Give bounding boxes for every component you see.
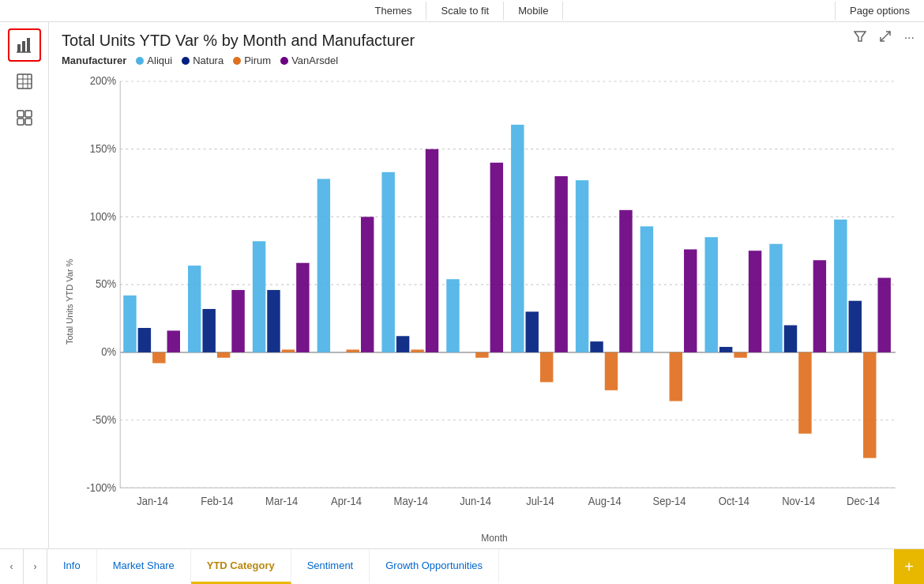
svg-rect-59 [475, 352, 488, 358]
toolbar-right: Page options [835, 0, 924, 21]
svg-rect-57 [347, 349, 359, 352]
svg-rect-70 [426, 149, 438, 352]
svg-rect-63 [734, 352, 746, 358]
svg-text:0%: 0% [101, 346, 116, 359]
vanarsdel-dot [280, 57, 288, 65]
table-svg [16, 73, 33, 90]
aliqui-label: Aliqui [147, 55, 172, 66]
matrix-svg [16, 109, 33, 126]
chart-icons: ··· [851, 28, 918, 47]
expand-button[interactable] [876, 28, 895, 47]
svg-rect-52 [784, 326, 797, 352]
natura-dot [182, 57, 190, 65]
tab-prev-button[interactable]: ‹ [0, 549, 24, 584]
svg-rect-32 [253, 241, 265, 352]
matrix-sidebar-icon[interactable] [8, 101, 41, 134]
svg-rect-58 [411, 349, 423, 352]
bar-chart-svg [16, 36, 33, 54]
svg-text:200%: 200% [90, 75, 116, 88]
svg-rect-53 [849, 301, 862, 352]
svg-text:-50%: -50% [92, 413, 116, 426]
svg-text:Mar-14: Mar-14 [265, 495, 299, 508]
svg-text:100%: 100% [90, 210, 116, 223]
bottom-tabs: ‹ › Info Market Share YTD Category Senti… [0, 548, 924, 584]
svg-text:Nov-14: Nov-14 [782, 495, 815, 508]
tab-info[interactable]: Info [47, 549, 97, 584]
natura-label: Natura [193, 55, 223, 66]
svg-rect-55 [217, 352, 230, 358]
svg-rect-62 [670, 352, 682, 401]
more-options-button[interactable]: ··· [901, 29, 918, 47]
chart-header: Total Units YTD Var % by Month and Manuf… [62, 32, 911, 70]
svg-text:50%: 50% [96, 278, 116, 291]
svg-text:Sep-14: Sep-14 [653, 495, 686, 508]
svg-rect-68 [296, 263, 309, 352]
tab-ytd-category[interactable]: YTD Category [191, 549, 291, 584]
chart-svg: 200%150%100%50%0%-50%-100%Jan-14Feb-14Ma… [79, 73, 911, 531]
svg-rect-74 [684, 250, 697, 352]
drag-handle: ≡ [459, 5, 465, 17]
svg-rect-56 [282, 349, 295, 352]
svg-text:Apr-14: Apr-14 [331, 495, 362, 508]
svg-rect-36 [511, 125, 524, 352]
tab-growth-opportunities[interactable]: Growth Opportunities [370, 549, 499, 584]
svg-rect-31 [188, 266, 201, 352]
svg-text:Feb-14: Feb-14 [201, 495, 234, 508]
svg-rect-30 [123, 296, 136, 352]
page-options-button[interactable]: Page options [835, 2, 924, 20]
svg-rect-65 [863, 352, 876, 458]
legend-pirum: Pirum [233, 55, 271, 66]
svg-rect-69 [361, 217, 374, 352]
svg-rect-54 [152, 352, 165, 364]
sidebar [0, 22, 49, 548]
svg-rect-49 [590, 341, 603, 352]
top-toolbar: ≡ Themes Scale to fit Mobile Page option… [0, 0, 924, 22]
svg-rect-40 [769, 244, 782, 352]
svg-rect-67 [231, 290, 244, 352]
svg-rect-44 [267, 290, 280, 352]
table-sidebar-icon[interactable] [8, 65, 41, 98]
manufacturer-label: Manufacturer [62, 55, 126, 66]
svg-rect-61 [605, 352, 618, 390]
svg-rect-35 [446, 279, 459, 352]
svg-rect-9 [17, 111, 24, 117]
svg-text:Jan-14: Jan-14 [137, 495, 168, 508]
tab-sentiment[interactable]: Sentiment [291, 549, 370, 584]
legend-natura: Natura [182, 55, 223, 66]
tab-market-share[interactable]: Market Share [97, 549, 191, 584]
svg-rect-12 [25, 119, 32, 125]
mobile-button[interactable]: Mobile [504, 2, 563, 20]
svg-rect-41 [834, 220, 847, 352]
filter-button[interactable] [851, 28, 870, 47]
scale-to-fit-button[interactable]: Scale to fit [426, 2, 504, 20]
legend-aliqui: Aliqui [136, 55, 172, 66]
tab-next-button[interactable]: › [24, 549, 47, 584]
legend: Manufacturer Aliqui Natura Pirum VanArsd… [62, 55, 911, 66]
svg-rect-1 [22, 41, 25, 52]
aliqui-dot [136, 57, 144, 65]
svg-rect-4 [17, 74, 32, 89]
main-area: ··· Total Units YTD Var % by Month and M… [49, 22, 924, 548]
svg-text:Jun-14: Jun-14 [460, 495, 491, 508]
themes-button[interactable]: Themes [361, 2, 427, 20]
svg-rect-10 [25, 111, 32, 117]
svg-rect-73 [619, 210, 632, 352]
svg-text:Oct-14: Oct-14 [719, 495, 750, 508]
pirum-label: Pirum [244, 55, 271, 66]
svg-text:Aug-14: Aug-14 [588, 495, 622, 508]
add-tab-button[interactable]: + [894, 549, 924, 584]
svg-text:Dec-14: Dec-14 [847, 495, 880, 508]
x-axis-label: Month [62, 531, 911, 545]
svg-text:-100%: -100% [86, 481, 116, 494]
chart-container: Total Units YTD Var % 200%150%100%50%0%-… [62, 73, 911, 531]
vanarsdel-label: VanArsdel [291, 55, 338, 66]
svg-rect-43 [202, 309, 215, 352]
bar-chart-sidebar-icon[interactable] [8, 28, 41, 62]
svg-text:150%: 150% [90, 143, 116, 156]
svg-line-14 [885, 32, 890, 36]
svg-rect-51 [719, 347, 732, 352]
legend-vanarsdel: VanArsdel [280, 55, 338, 66]
chart-title: Total Units YTD Var % by Month and Manuf… [62, 32, 911, 50]
svg-rect-75 [749, 251, 761, 352]
main-layout: ··· Total Units YTD Var % by Month and M… [0, 22, 924, 548]
